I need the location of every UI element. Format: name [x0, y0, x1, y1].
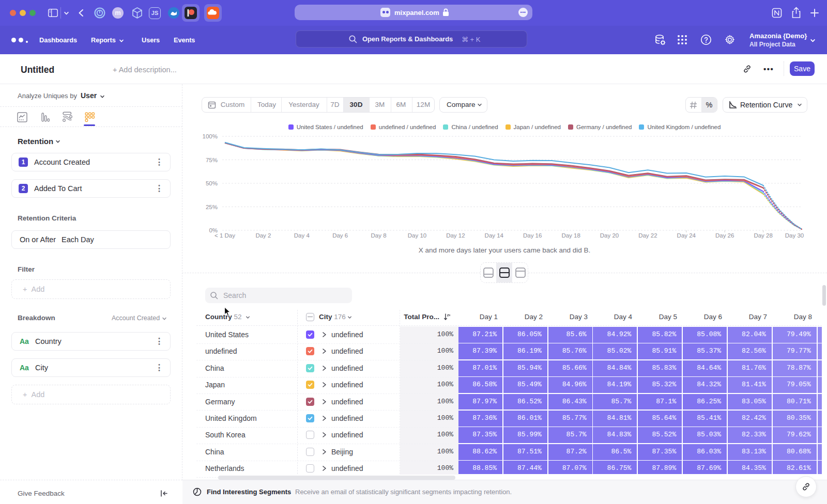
svg-text:Day 20: Day 20	[600, 232, 619, 239]
svg-text:Day 26: Day 26	[715, 232, 734, 239]
svg-text:Day 30: Day 30	[785, 232, 804, 239]
svg-text:Day 14: Day 14	[485, 232, 504, 239]
svg-text:Day 22: Day 22	[638, 232, 657, 239]
svg-text:Day 8: Day 8	[371, 232, 387, 239]
svg-text:Day 16: Day 16	[523, 232, 542, 239]
svg-text:Day 28: Day 28	[754, 232, 772, 239]
svg-text:Day 12: Day 12	[446, 232, 465, 239]
svg-text:Day 2: Day 2	[255, 232, 271, 239]
svg-text:Day 10: Day 10	[408, 232, 426, 239]
svg-text:Day 18: Day 18	[561, 232, 580, 239]
svg-text:25%: 25%	[206, 204, 218, 210]
svg-text:Day 4: Day 4	[294, 232, 310, 239]
svg-text:Day 24: Day 24	[677, 232, 696, 239]
svg-text:50%: 50%	[206, 180, 218, 186]
svg-text:75%: 75%	[206, 157, 218, 163]
svg-text:Day 6: Day 6	[332, 232, 348, 239]
svg-text:100%: 100%	[203, 133, 218, 139]
svg-text:< 1 Day: < 1 Day	[215, 232, 235, 239]
